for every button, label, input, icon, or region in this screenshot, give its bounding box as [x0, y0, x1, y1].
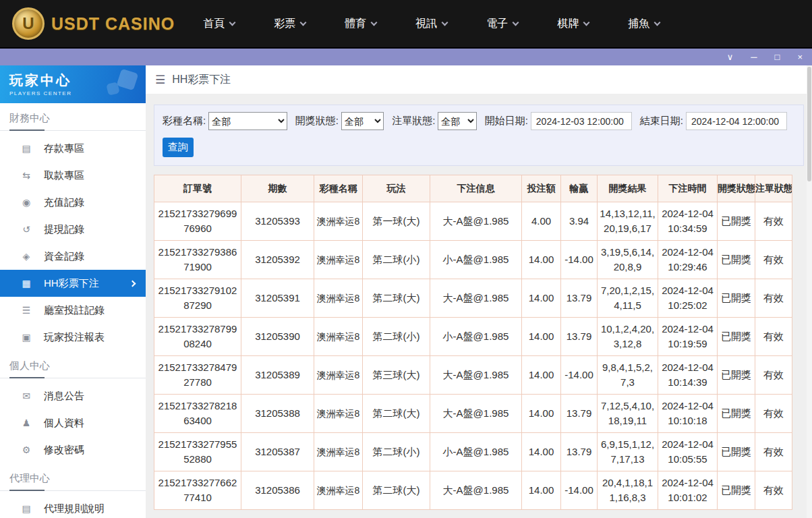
sidebar-item-agent-rules[interactable]: ▤代理規則說明 — [0, 495, 146, 518]
table-cell: 7,20,1,2,15,4,11,5 — [598, 279, 658, 318]
table-cell: 大-A盤@1.985 — [430, 356, 522, 395]
agent-document-icon: ▤ — [20, 503, 32, 514]
sidebar-item-label: 修改密碼 — [44, 444, 84, 457]
filter-panel: 彩種名稱: 全部 開獎狀態: 全部 注單狀態: 全部 開始日期: 結束日期: 查… — [154, 105, 804, 166]
gear-icon: ⚙ — [20, 444, 32, 455]
sidebar-item-withdrawal-records[interactable]: ↺提現記錄 — [0, 216, 146, 243]
lottery-name-label: 彩種名稱: — [163, 115, 206, 127]
breadcrumb: ☰ HH彩票下注 — [146, 65, 812, 94]
table-head-row: 訂單號期數彩種名稱玩法下注信息投注額輸贏開獎結果下注時間開獎狀態注單狀態 — [154, 175, 792, 202]
filter-row: 彩種名稱: 全部 開獎狀態: 全部 注單狀態: 全部 開始日期: 結束日期: — [163, 112, 795, 130]
lottery-name-select[interactable]: 全部 — [208, 112, 287, 130]
table-cell: 31205393 — [241, 202, 314, 241]
sidebar-item-label: 代理規則說明 — [44, 502, 105, 515]
hamburger-menu-icon[interactable]: ☰ — [155, 73, 165, 87]
sidebar-item-player-bet-report[interactable]: ▣玩家投注報表 — [0, 324, 146, 351]
table-header-cell: 下注時間 — [658, 175, 718, 202]
table-cell: 已開獎 — [718, 202, 755, 241]
table-cell: 13.79 — [561, 318, 598, 356]
table-cell: 小-A盤@1.985 — [430, 318, 522, 356]
table-cell: 大-A盤@1.985 — [430, 395, 522, 433]
nav-item-fishing[interactable]: 捕魚 — [628, 17, 660, 31]
sidebar-item-label: 廳室投註記錄 — [44, 304, 105, 317]
sidebar-item-withdraw[interactable]: ⇆取款專區 — [0, 162, 146, 189]
maximize-button[interactable]: □ — [775, 49, 780, 65]
recharge-drop-icon: ◉ — [20, 197, 32, 208]
window-chevron-button[interactable]: ∨ — [727, 49, 734, 65]
site-logo[interactable]: U USDT CASINO — [12, 7, 175, 40]
sidebar-item-hall-bet-records[interactable]: ☰廳室投註記錄 — [0, 297, 146, 324]
table-cell: 大-A盤@1.985 — [430, 202, 522, 241]
table-cell: 2024-12-04 10:34:59 — [658, 202, 718, 241]
draw-status-select[interactable]: 全部 — [341, 112, 384, 130]
table-header-cell: 玩法 — [363, 175, 430, 202]
table-cell: 已開獎 — [718, 433, 755, 471]
end-date-label: 結束日期: — [640, 115, 683, 127]
chevron-down-icon — [654, 19, 661, 26]
nav-item-label: 首頁 — [203, 17, 225, 31]
page-title: HH彩票下注 — [172, 73, 231, 87]
sidebar-item-announcements[interactable]: ✉消息公告 — [0, 382, 146, 409]
table-cell: 2152173327766277410 — [154, 471, 241, 510]
start-date-label: 開始日期: — [485, 115, 528, 127]
close-button[interactable]: × — [797, 49, 803, 65]
table-cell: 3.94 — [561, 202, 598, 241]
table-cell: -14.00 — [561, 471, 598, 510]
table-cell: 2024-12-04 10:05:55 — [658, 433, 718, 471]
table-cell: 澳洲幸运8 — [314, 241, 363, 279]
table-cell: 已開獎 — [718, 318, 755, 356]
nav-item-label: 捕魚 — [628, 17, 649, 31]
table-cell: 2152173327910287290 — [154, 279, 241, 318]
sidebar-item-profile[interactable]: ♟個人資料 — [0, 409, 146, 436]
order-status-label: 注單狀態: — [392, 115, 435, 127]
logo-emblem-icon: U — [12, 7, 45, 40]
sidebar-item-change-password[interactable]: ⚙修改密碼 — [0, 436, 146, 463]
table-cell: 7,12,5,4,10,18,19,11 — [598, 395, 658, 433]
table-cell: 14.00 — [522, 279, 561, 318]
minimize-button[interactable]: ─ — [751, 49, 757, 65]
chevron-down-icon — [513, 19, 519, 26]
nav-item-cards[interactable]: 棋牌 — [557, 17, 589, 31]
table-cell: 2152173327938671900 — [154, 241, 241, 279]
sidebar-item-deposit[interactable]: ▤存款專區 — [0, 135, 146, 162]
table-cell: 有效 — [755, 471, 792, 510]
top-nav: 首頁彩票體育視訊電子棋牌捕魚 — [203, 17, 660, 31]
table-cell: 13.79 — [561, 395, 598, 433]
nav-item-egames[interactable]: 電子 — [486, 17, 518, 31]
main-content: ☰ HH彩票下注 彩種名稱: 全部 開獎狀態: 全部 注單狀態: 全部 開始日期… — [146, 65, 812, 518]
table-cell: 第三球(大) — [363, 356, 430, 395]
table-cell: 已開獎 — [718, 395, 755, 433]
table-cell: 有效 — [755, 395, 792, 433]
table-header-cell: 開獎狀態 — [718, 175, 755, 202]
deposit-card-icon: ▤ — [20, 143, 32, 154]
table-cell: 31205387 — [241, 433, 314, 471]
table-cell: 2152173327969976960 — [154, 202, 241, 241]
search-button[interactable]: 查詢 — [163, 138, 194, 157]
funds-bag-icon: ◈ — [20, 251, 32, 262]
vertical-scrollbar[interactable] — [807, 65, 812, 518]
nav-item-video[interactable]: 視訊 — [415, 17, 447, 31]
nav-item-lottery[interactable]: 彩票 — [274, 17, 306, 31]
section-header-2: 代理中心 — [0, 463, 146, 491]
nav-item-home[interactable]: 首頁 — [203, 17, 235, 31]
table-cell: 14.00 — [522, 395, 561, 433]
table-cell: 小-A盤@1.985 — [430, 433, 522, 471]
sidebar-item-funds-records[interactable]: ◈資金記錄 — [0, 243, 146, 270]
table-cell: 澳洲幸运8 — [314, 202, 363, 241]
window-controls: ∨─□× — [727, 49, 803, 65]
end-date-input[interactable] — [686, 112, 787, 130]
table-cell: 澳洲幸运8 — [314, 356, 363, 395]
table-cell: 澳洲幸运8 — [314, 433, 363, 471]
table-cell: 有效 — [755, 202, 792, 241]
order-status-select[interactable]: 全部 — [438, 112, 476, 130]
table-cell: 14.00 — [522, 471, 561, 510]
sidebar-item-label: HH彩票下注 — [44, 277, 99, 290]
nav-item-sports[interactable]: 體育 — [345, 17, 376, 31]
sidebar-item-label: 資金記錄 — [44, 250, 84, 263]
sidebar-item-recharge-records[interactable]: ◉充值記錄 — [0, 189, 146, 216]
sidebar-item-hh-lottery-bets[interactable]: ▦HH彩票下注 — [0, 270, 146, 297]
start-date-input[interactable] — [531, 112, 632, 130]
table-cell: 13.79 — [561, 279, 598, 318]
table-cell: 已開獎 — [718, 279, 755, 318]
scrollbar-thumb[interactable] — [807, 67, 811, 181]
